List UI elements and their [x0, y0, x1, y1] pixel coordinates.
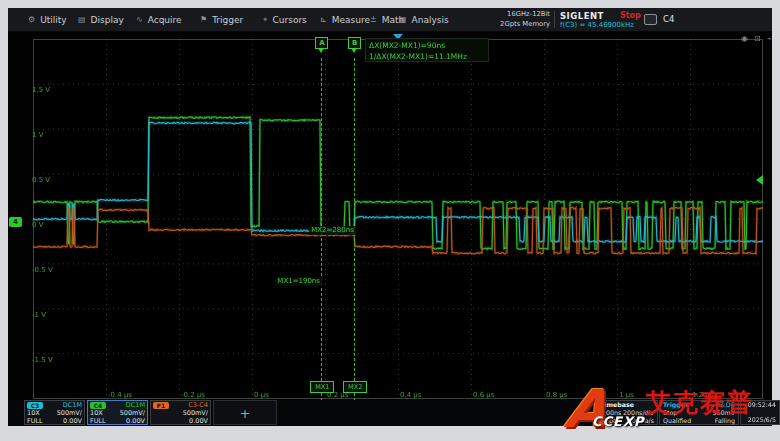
- display-icon: ▤: [78, 16, 86, 24]
- x-axis-label: 1.2 µs: [692, 391, 713, 399]
- menu-item-analysis[interactable]: ▦Analysis: [399, 8, 449, 31]
- menu-item-label: Utility: [40, 15, 66, 25]
- cursor-a-arrow: [318, 48, 324, 53]
- channel-bw: FULL: [27, 417, 43, 425]
- menu-item-utility[interactable]: ⚙Utility: [28, 8, 67, 31]
- keyboard-icon[interactable]: [644, 14, 657, 25]
- menu-item-acquire[interactable]: ∿Acquire: [136, 8, 182, 31]
- clock-time: 09:52:44: [748, 401, 776, 408]
- frequency-readout: f(C3) = 45.46900kHz: [560, 21, 634, 29]
- cursors-icon: ⌖: [263, 16, 268, 24]
- x-axis-label: 0.4 µs: [400, 391, 421, 399]
- touch-icon[interactable]: ⌁: [767, 34, 772, 43]
- mx1-value-label: MX1=190ns: [275, 277, 322, 286]
- scope-screen: ⚙Utility▤Display∿Acquire⚑Trigger⌖Cursors…: [8, 8, 772, 426]
- menu-item-measure[interactable]: ⊾Measure: [320, 8, 370, 31]
- channel-scale: 500mV/: [183, 409, 208, 417]
- acquisition-status: Stop: [620, 11, 641, 20]
- y-axis-label: 1.5 V: [32, 86, 50, 94]
- waveform-canvas: [33, 39, 763, 399]
- timebase-depth: 2Gpts: [600, 417, 619, 424]
- measure-icon: ⊾: [320, 16, 327, 24]
- cursor-b-arrow: [351, 48, 357, 53]
- analysis-icon: ▦: [399, 16, 407, 24]
- y-axis-label: -1 V: [32, 311, 46, 319]
- cursor-delta-freq: 1/ΔX(MX2-MX1)=11.1MHz: [369, 51, 485, 62]
- trigger-mode: Stop: [663, 409, 677, 416]
- menu-item-label: Display: [91, 15, 124, 25]
- x-axis-label: -0.2 µs: [181, 391, 205, 399]
- menu-item-label: Measure: [332, 15, 370, 25]
- trigger-descriptor[interactable]: Trigger C3:DC Stop 560mV Qualified Falli…: [659, 400, 739, 425]
- channel-zero-marker[interactable]: 4: [9, 217, 22, 227]
- scope-specs: 16GHz-12Bit 2Gpts Memory: [500, 10, 550, 29]
- x-axis-label: 0 µs: [254, 391, 269, 399]
- x-axis-label: 0.6 µs: [473, 391, 494, 399]
- y-axis-label: 1 V: [32, 131, 43, 139]
- acquire-icon: ∿: [136, 16, 143, 24]
- menu-item-display[interactable]: ▤Display: [78, 8, 124, 31]
- channel-scale: 500mV/: [120, 409, 145, 417]
- menu-item-label: Analysis: [412, 15, 449, 25]
- mx2-value-label: MX2=280ns: [309, 226, 356, 235]
- channel-offset: 0.00V: [189, 417, 208, 425]
- channel-atten: 10X: [27, 409, 40, 417]
- x-axis-label: 0.8 µs: [546, 391, 567, 399]
- menu-item-trigger[interactable]: ⚑Trigger: [200, 8, 243, 31]
- trigger-level: 560mV: [713, 409, 735, 416]
- timebase-title: Timebase: [600, 401, 634, 408]
- menu-item-label: Trigger: [212, 15, 243, 25]
- active-channel-indicator[interactable]: C4: [663, 14, 674, 24]
- channel-coupling: DC1M: [126, 401, 145, 409]
- clock-date: 2025/6/5: [748, 416, 776, 423]
- y-axis-label: -1.5 V: [32, 356, 53, 364]
- y-axis-label: -0.5 V: [32, 266, 53, 274]
- menu-item-label: Acquire: [148, 15, 182, 25]
- channel-box-c4[interactable]: C4DC1M10X500mV/FULL0.00V: [87, 400, 148, 425]
- channel-badge: F1: [153, 402, 169, 409]
- channel-bw: FULL: [90, 417, 106, 425]
- plus-icon: +: [240, 405, 251, 420]
- clock-box[interactable]: 09:52:44 2025/6/5: [740, 400, 780, 425]
- menu-item-cursors[interactable]: ⌖Cursors: [263, 8, 307, 31]
- channel-badge: C3: [27, 402, 43, 409]
- cursor-mx2-tag[interactable]: MX2: [343, 381, 367, 393]
- spec-memory: 2Gpts Memory: [500, 20, 550, 30]
- x-axis-label: 1 µs: [619, 391, 634, 399]
- channel-box-f1[interactable]: F1C3-C4500mV/0.00V: [150, 400, 211, 425]
- timebase-descriptor[interactable]: Timebase 0.00ns 200ns/div 2Gpts 10GSa/s: [596, 400, 658, 425]
- x-axis-label: -0.4 µs: [108, 391, 132, 399]
- bottom-bar: C3DC1M10X500mV/FULL0.00VC4DC1M10X500mV/F…: [8, 400, 772, 426]
- menu-item-label: Cursors: [273, 15, 307, 25]
- channel-offset: 0.00V: [63, 417, 82, 425]
- channel-coupling: C3-C4: [188, 401, 208, 409]
- trigger-type: Qualified: [663, 417, 691, 424]
- timebase-delay: 0.00ns: [600, 409, 621, 416]
- timebase-srate: 10GSa/s: [628, 417, 654, 424]
- cursor-mx1-tag[interactable]: MX1: [310, 381, 334, 393]
- menu-bar: ⚙Utility▤Display∿Acquire⚑Trigger⌖Cursors…: [8, 8, 772, 32]
- channel-box-c3[interactable]: C3DC1M10X500mV/FULL0.00V: [24, 400, 85, 425]
- y-axis-label: 0 V: [32, 221, 43, 229]
- brand-logo: SIGLENT: [560, 11, 604, 21]
- math-icon: ±: [370, 16, 377, 24]
- trigger-title: Trigger: [663, 401, 688, 408]
- fullscreen-icon[interactable]: ⊡: [754, 34, 761, 43]
- trigger-level-marker[interactable]: [756, 175, 763, 185]
- channel-scale: 500mV/: [57, 409, 82, 417]
- timebase-scale: 200ns/div: [623, 409, 654, 416]
- channel-badge: C4: [90, 402, 106, 409]
- channel-atten: 10X: [90, 409, 103, 417]
- cursor-readout-box: ΔX(MX2-MX1)=90ns 1/ΔX(MX2-MX1)=11.1MHz: [365, 38, 489, 62]
- spec-bandwidth: 16GHz-12Bit: [500, 10, 550, 20]
- camera-icon[interactable]: ◉: [741, 34, 748, 43]
- y-axis-label: 0.5 V: [32, 176, 50, 184]
- utility-icon: ⚙: [28, 16, 35, 24]
- trigger-source: C3:DC: [715, 401, 735, 408]
- waveform-display: ◉⊡⌁ 1.5 V1 V0.5 V0 V-0.5 V-1 V-1.5 V-2 V…: [8, 32, 772, 406]
- channel-coupling: DC1M: [63, 401, 82, 409]
- menubar-divider: [554, 11, 555, 28]
- cursor-delta-x: ΔX(MX2-MX1)=90ns: [369, 40, 485, 51]
- trigger-icon: ⚑: [200, 16, 207, 24]
- add-channel-button[interactable]: +: [213, 400, 277, 425]
